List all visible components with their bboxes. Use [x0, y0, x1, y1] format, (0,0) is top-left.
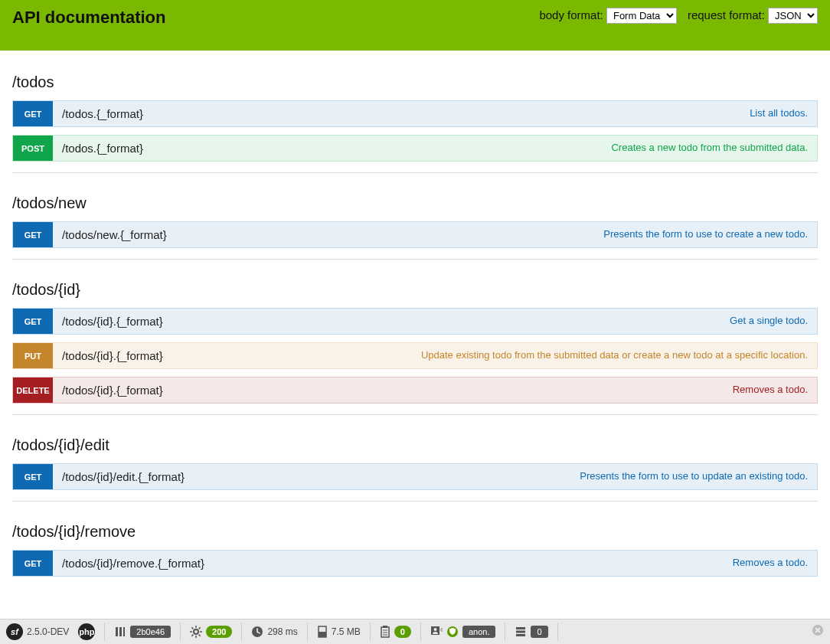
svg-rect-18 — [516, 634, 525, 636]
toolbar-close-button[interactable] — [812, 624, 824, 639]
request-format-select[interactable]: JSON — [768, 8, 818, 24]
api-section: /todosGET/todos.{_format}List all todos.… — [12, 74, 818, 173]
memory-icon — [317, 626, 328, 638]
tb-request[interactable]: 2b0e46 — [114, 626, 171, 638]
api-sections: /todosGET/todos.{_format}List all todos.… — [0, 51, 830, 616]
operation-row[interactable]: DELETE/todos/{id}.{_format}Removes a tod… — [12, 377, 818, 404]
tb-divider — [241, 623, 242, 641]
svg-point-3 — [194, 629, 198, 634]
api-section: /todos/{id}/editGET/todos/{id}/edit.{_fo… — [12, 436, 818, 502]
tb-time[interactable]: 298 ms — [251, 626, 297, 638]
svg-rect-1 — [119, 627, 122, 636]
operation-path: /todos/{id}.{_format} — [53, 343, 412, 368]
api-section: /todos/{id}GET/todos/{id}.{_format}Get a… — [12, 281, 818, 415]
tb-divider — [505, 623, 505, 641]
operation-description: Get a single todo. — [721, 309, 817, 334]
svg-rect-0 — [116, 627, 118, 636]
operation-path: /todos.{_format} — [53, 101, 740, 126]
user-icon: @ — [430, 626, 443, 638]
method-badge: GET — [13, 222, 53, 247]
svg-rect-17 — [516, 631, 525, 633]
section-title: /todos/{id} — [12, 281, 818, 299]
svg-rect-6 — [319, 632, 326, 637]
symfony-icon: sf — [6, 623, 23, 640]
request-format-label: request format: JSON — [688, 8, 818, 24]
section-title: /todos — [12, 74, 818, 91]
operation-path: /todos/{id}.{_format} — [53, 378, 724, 403]
tb-divider — [104, 623, 105, 641]
clock-icon — [251, 626, 263, 638]
tb-divider — [370, 623, 371, 641]
api-section: /todos/{id}/removeGET/todos/{id}/remove.… — [12, 523, 818, 587]
operation-path: /todos/{id}.{_format} — [53, 309, 721, 334]
page-title: API documentation — [12, 8, 165, 28]
operation-description: Removes a todo. — [724, 551, 817, 576]
method-badge: GET — [13, 101, 53, 126]
operation-row[interactable]: POST/todos.{_format}Creates a new todo f… — [12, 135, 818, 162]
operation-path: /todos/new.{_format} — [53, 222, 594, 247]
tb-divider — [420, 623, 421, 641]
tb-divider — [180, 623, 181, 641]
operation-description: Presents the form to use to update an ex… — [570, 464, 817, 489]
tb-status[interactable]: 200 — [190, 626, 232, 638]
operation-description: List all todos. — [740, 101, 817, 126]
section-title: /todos/new — [12, 195, 818, 212]
tb-security[interactable]: @ anon. — [430, 626, 496, 638]
operation-row[interactable]: PUT/todos/{id}.{_format}Update existing … — [12, 342, 818, 369]
shield-icon — [446, 626, 459, 638]
svg-rect-2 — [123, 627, 125, 636]
operation-path: /todos/{id}/remove.{_format} — [53, 551, 724, 576]
header-controls: body format: Form Data request format: J… — [539, 8, 818, 24]
debug-toolbar: sf 2.5.0-DEV php 2b0e46 200 298 ms 7.5 M… — [0, 619, 830, 643]
operation-row[interactable]: GET/todos/{id}/edit.{_format}Presents th… — [12, 463, 818, 490]
operation-row[interactable]: GET/todos.{_format}List all todos. — [12, 100, 818, 127]
php-icon: php — [78, 623, 95, 640]
operation-row[interactable]: GET/todos/new.{_format}Presents the form… — [12, 221, 818, 248]
route-icon — [114, 626, 126, 638]
section-title: /todos/{id}/edit — [12, 436, 818, 454]
method-badge: DELETE — [13, 378, 53, 403]
tb-db[interactable]: 0 — [515, 626, 547, 638]
tb-divider — [307, 623, 308, 641]
operation-description: Presents the form to use to create a new… — [594, 222, 817, 247]
page-header: API documentation body format: Form Data… — [0, 0, 830, 51]
operation-description: Removes a todo. — [724, 378, 817, 403]
body-format-select[interactable]: Form Data — [606, 8, 677, 24]
api-section: /todos/newGET/todos/new.{_format}Present… — [12, 195, 818, 260]
method-badge: POST — [13, 136, 53, 161]
method-badge: GET — [13, 551, 53, 576]
database-icon — [515, 626, 527, 638]
svg-rect-8 — [383, 626, 387, 628]
method-badge: GET — [13, 464, 53, 489]
method-badge: GET — [13, 309, 53, 334]
operation-path: /todos.{_format} — [53, 136, 602, 161]
svg-point-13 — [433, 628, 436, 631]
tb-symfony[interactable]: sf 2.5.0-DEV — [6, 623, 69, 640]
operation-row[interactable]: GET/todos/{id}.{_format}Get a single tod… — [12, 308, 818, 335]
operation-description: Creates a new todo from the submitted da… — [602, 136, 817, 161]
tb-divider — [557, 623, 558, 641]
tb-forms[interactable]: 0 — [380, 626, 411, 638]
operation-row[interactable]: GET/todos/{id}/remove.{_format}Removes a… — [12, 550, 818, 577]
clipboard-icon — [380, 626, 390, 638]
svg-rect-16 — [516, 627, 525, 629]
tb-memory[interactable]: 7.5 MB — [317, 626, 361, 638]
tb-php[interactable]: php — [78, 623, 95, 640]
method-badge: PUT — [13, 343, 53, 368]
operation-description: Update existing todo from the submitted … — [412, 343, 817, 368]
svg-text:@: @ — [440, 627, 443, 632]
operation-path: /todos/{id}/edit.{_format} — [53, 464, 570, 489]
body-format-label: body format: Form Data — [539, 8, 677, 24]
gear-icon — [190, 626, 202, 638]
section-title: /todos/{id}/remove — [12, 523, 818, 541]
